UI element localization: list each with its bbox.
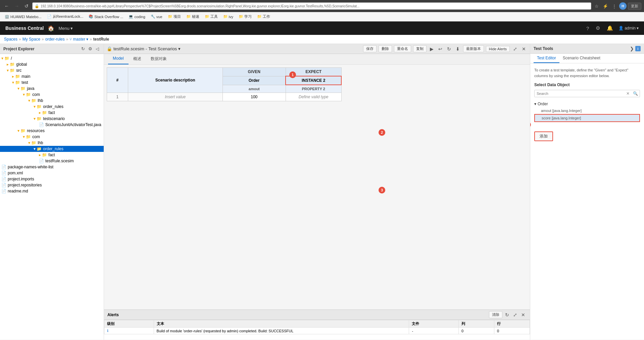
folder-icon: ▾ 📁 [23, 134, 31, 139]
tree-item-order-rules-pkg[interactable]: ▾ 📁 order_rules [0, 104, 104, 110]
tab-model[interactable]: Model [108, 54, 129, 64]
nav-forward-button[interactable]: → [13, 3, 21, 9]
tree-item-lhb[interactable]: ▾ 📁 lhb [0, 98, 104, 104]
help-button[interactable]: ? [585, 24, 590, 33]
row-define[interactable]: Define valid type [286, 93, 341, 101]
browser-menu-button[interactable]: ⋮ [611, 3, 618, 9]
address-bar[interactable]: 🔒 192.168.0.104:8080/business-central/ki… [32, 2, 591, 10]
notification-button[interactable]: 🔔 [605, 24, 614, 33]
add-button[interactable]: 添加 [534, 131, 553, 141]
info-icon: ℹ [107, 329, 108, 333]
download-button[interactable]: ⬇ [454, 46, 461, 52]
tree-item-com2[interactable]: ▾ 📁 com [0, 134, 104, 140]
tree-item-pom[interactable]: 📄 pom.xml [0, 170, 104, 176]
bookmark-work[interactable]: 📁 工作 [255, 13, 272, 20]
alerts-header: Alerts 清除 ↻ ⤢ ✕ [104, 310, 530, 320]
tree-item-package-names[interactable]: 📄 package-names-white-list [0, 164, 104, 170]
latest-version-button[interactable]: 最新版本 [463, 45, 484, 52]
alerts-clear-button[interactable]: 清除 [489, 311, 502, 318]
explorer-settings-button[interactable]: ⚙ [87, 46, 94, 52]
right-panel-header: Test Tools ❯ i [530, 44, 644, 54]
tree-item-testRule[interactable]: 📄 testRule.scesim [0, 158, 104, 164]
tree-item-lhb2[interactable]: ▾ 📁 lhb [0, 140, 104, 146]
settings-button[interactable]: ⚙ [594, 24, 601, 33]
hide-alerts-button[interactable]: Hide Alerts [486, 46, 510, 52]
explorer-collapse-button[interactable]: ◁ [94, 46, 100, 52]
search-input[interactable] [535, 90, 625, 97]
nav-reload-button[interactable]: ↺ [23, 3, 30, 9]
nav-back-button[interactable]: ← [3, 3, 11, 9]
expand-editor-button[interactable]: ⤢ [512, 46, 518, 52]
tree-item-testscenario[interactable]: ▾ 📁 testscenario [0, 116, 104, 122]
update-button[interactable]: 更新 [628, 3, 641, 10]
tree-item-src[interactable]: ▾ 📁 src [0, 67, 104, 73]
bookmark-item[interactable]: 📁 项目 [166, 13, 183, 20]
tree-item-resources[interactable]: ▾ 📁 resources [0, 128, 104, 134]
tab-overview[interactable]: 概述 [129, 54, 146, 64]
rename-button[interactable]: 重命名 [394, 45, 411, 52]
order-section-header[interactable]: ▾ Order [534, 101, 640, 107]
redo-button[interactable]: ↻ [446, 46, 452, 52]
row-value[interactable]: 100 [222, 93, 286, 101]
breadcrumb-branch[interactable]: ⑂ master ▾ [69, 37, 88, 42]
tree-item-com[interactable]: ▾ 📁 com [0, 92, 104, 98]
app-header: Business Central 🏠 Menu ▾ ? ⚙ 🔔 👤 admin … [0, 21, 644, 35]
bookmark-star-button[interactable]: ☆ [593, 3, 600, 9]
home-button[interactable]: 🏠 [48, 25, 54, 32]
bookmark-stackoverflow[interactable]: 📚 Stack Overflow ... [87, 14, 125, 20]
breadcrumb-order-rules[interactable]: order-rules [45, 37, 65, 42]
coding-icon: 💻 [129, 14, 133, 19]
tree-item-readme[interactable]: 📄 readme.md [0, 188, 104, 194]
order-item-amout[interactable]: amout [java.lang.Integer] [534, 107, 640, 114]
copy-button[interactable]: 复制 [413, 45, 427, 52]
bookmark-secret[interactable]: 📁 秘速 [184, 13, 201, 20]
tree-item-global[interactable]: ▸ 📁 global [0, 61, 104, 67]
tree-item-scenario-junit[interactable]: 📄 ScenarioJunitActivatorTest.java [0, 122, 104, 128]
close-editor-button[interactable]: ✕ [521, 46, 527, 52]
tab-test-editor[interactable]: Test Editor [534, 54, 559, 63]
delete-button[interactable]: 删除 [379, 45, 392, 52]
tree-item-fact[interactable]: ▸ 📁 fact [0, 110, 104, 116]
bookmark-huawei[interactable]: 🏢 HUAWEI Matebo... [3, 14, 44, 20]
alerts-refresh-button[interactable]: ↻ [504, 311, 510, 318]
undo-button[interactable]: ↩ [437, 46, 444, 52]
bookmark-coding[interactable]: 💻 coding [127, 14, 147, 20]
bookmark-tools[interactable]: 📁 工具 [203, 13, 220, 20]
breadcrumb-spaces[interactable]: Spaces [4, 37, 17, 42]
run-button[interactable]: ▶ [429, 46, 435, 52]
save-button[interactable]: 保存 [363, 45, 377, 52]
tree-item-java[interactable]: ▾ 📁 java [0, 86, 104, 92]
search-go-button[interactable]: 🔍 [631, 91, 640, 97]
tree-item-project-repositories[interactable]: 📄 project.repositories [0, 182, 104, 188]
bookmark-reentrant[interactable]: 📄 从ReentrantLock... [45, 13, 86, 20]
item-icon: 📁 [168, 14, 172, 19]
tree-item-main[interactable]: ▸ 📁 main [0, 73, 104, 79]
file-icon: 📄 [1, 189, 6, 193]
tree-item-order-rules-selected[interactable]: ▾ 📁 order_rules [0, 146, 104, 152]
breadcrumb-myspace[interactable]: My Space [22, 37, 40, 42]
alerts-expand-button[interactable]: ⤢ [512, 311, 518, 318]
tree-item-project-imports[interactable]: 📄 project.imports [0, 176, 104, 182]
right-panel-expand-button[interactable]: ❯ [630, 46, 634, 51]
search-clear-button[interactable]: ✕ [625, 91, 631, 97]
file-icon: 📄 [1, 171, 6, 175]
explorer-refresh-button[interactable]: ↻ [80, 46, 86, 52]
browser-ext-button[interactable]: ⚡ [601, 3, 609, 9]
admin-button[interactable]: 👤 admin ▾ [618, 26, 639, 31]
tab-scenario-cheatsheet[interactable]: Scenario Cheatsheet [559, 54, 604, 63]
file-title: 🔒 testRule.scesim - Test Scenarios ▾ [107, 46, 181, 51]
alerts-close-button[interactable]: ✕ [520, 311, 527, 318]
tree-item-root[interactable]: ▾ 📁 / [0, 55, 104, 61]
bookmark-ivy[interactable]: 📁 ivy [221, 14, 235, 20]
bookmark-study[interactable]: 📁 学习 [237, 13, 254, 20]
user-avatar[interactable]: H [619, 2, 627, 10]
bookmark-vue[interactable]: 🔧 vue [149, 14, 164, 20]
order-header: Order [222, 76, 286, 85]
tree-item-fact2[interactable]: ▸ 📁 fact [0, 152, 104, 158]
tab-data-obj[interactable]: 数据对象 [146, 54, 171, 64]
file-icon: 📄 [39, 122, 44, 127]
notification-area: i [635, 46, 641, 51]
menu-button[interactable]: Menu ▾ [58, 26, 73, 31]
tree-item-test[interactable]: ▾ 📁 test [0, 79, 104, 86]
order-item-score[interactable]: score [java.lang.Integer] [534, 114, 640, 122]
